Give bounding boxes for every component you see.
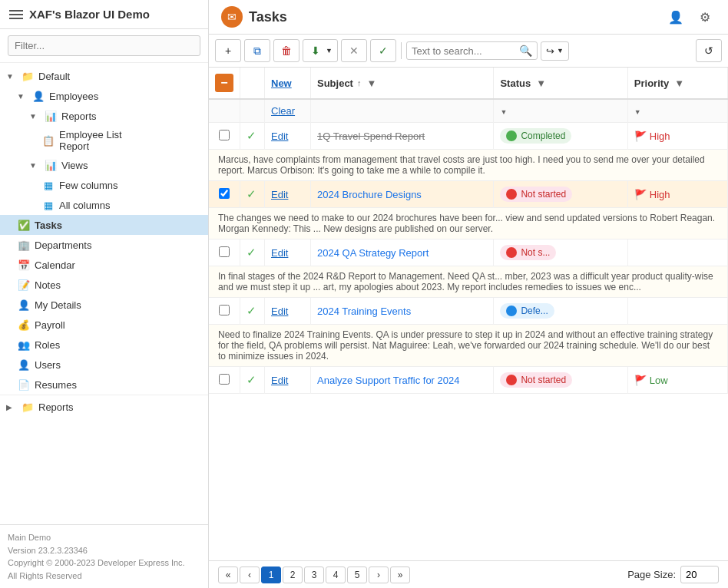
filter-checkbox-cell <box>209 99 240 123</box>
filter-input[interactable] <box>8 35 200 56</box>
row-checkbox[interactable] <box>219 246 230 257</box>
sidebar-item-payroll[interactable]: 💰 Payroll <box>0 315 208 335</box>
row-checkbox-cell[interactable] <box>209 239 240 266</box>
page-button-2[interactable]: 2 <box>283 567 303 583</box>
cancel-button[interactable]: ✕ <box>341 39 367 62</box>
row-checkbox-cell[interactable] <box>209 367 240 394</box>
filter-icon[interactable]: ▼ <box>366 78 376 89</box>
sidebar-item-users[interactable]: 👤 Users <box>0 355 208 375</box>
filter-icon[interactable]: ▼ <box>536 78 546 89</box>
search-input[interactable] <box>412 45 516 57</box>
sidebar-item-departments[interactable]: 🏢 Departments <box>0 235 208 255</box>
status-dot <box>506 130 517 141</box>
row-edit-cell[interactable]: Edit <box>265 367 311 394</box>
row-check-cell: ✓ <box>240 367 265 394</box>
status-badge: Not started <box>500 187 572 202</box>
subject-text: Analyze Support Traffic for 2024 <box>317 375 459 386</box>
sort-asc-icon[interactable]: ↑ <box>357 78 362 88</box>
nav-button[interactable]: ↪ ▼ <box>541 41 569 61</box>
edit-link[interactable]: Edit <box>271 247 288 259</box>
row-checkbox[interactable] <box>219 374 230 385</box>
new-label[interactable]: New <box>271 78 292 89</box>
hamburger-menu[interactable] <box>9 10 23 19</box>
page-button-4[interactable]: 4 <box>326 567 346 583</box>
col-status[interactable]: Status ▼ <box>494 68 627 99</box>
row-edit-cell[interactable]: Edit <box>265 239 311 266</box>
check-mark-icon: ✓ <box>247 373 256 386</box>
footer-line4: All Rights Reserved <box>8 570 200 583</box>
filter-status-cell[interactable]: ▼ <box>494 99 627 123</box>
refresh-button[interactable]: ↺ <box>696 39 722 62</box>
page-button-1[interactable]: 1 <box>261 567 281 583</box>
row-checkbox[interactable] <box>219 305 230 315</box>
check-button[interactable]: ✓ <box>370 39 396 62</box>
select-all-toggle[interactable]: − <box>215 74 233 92</box>
row-subject-cell: 1Q Travel Spend Report <box>311 123 494 150</box>
row-edit-cell[interactable]: Edit <box>265 181 311 208</box>
sidebar-item-my-details[interactable]: 👤 My Details <box>0 295 208 315</box>
row-priority-cell: 🚩 High <box>627 123 727 150</box>
clear-link[interactable]: Clear <box>271 105 295 117</box>
sidebar-footer: Main Demo Version 23.2.3.23346 Copyright… <box>0 524 208 588</box>
row-checkbox[interactable] <box>219 130 230 140</box>
filter-priority-cell[interactable]: ▼ <box>627 99 727 123</box>
sidebar-item-default[interactable]: ▼ 📁 Default <box>0 66 208 86</box>
row-checkbox-cell[interactable] <box>209 298 240 325</box>
user-avatar-icon[interactable]: 👤 <box>665 6 687 28</box>
export-arrow: ▼ <box>326 47 333 55</box>
row-edit-cell[interactable]: Edit <box>265 298 311 325</box>
status-dot <box>506 247 517 258</box>
sidebar-item-label: Departments <box>35 239 91 251</box>
row-priority-cell <box>627 298 727 325</box>
filter-edit-cell[interactable]: Clear <box>265 99 311 123</box>
sidebar-item-views[interactable]: ▼ 📊 Views <box>0 155 208 175</box>
page-size-label: Page Size: <box>627 569 676 580</box>
views-icon: 📊 <box>44 158 58 172</box>
delete-button[interactable]: 🗑 <box>273 39 299 62</box>
row-checkbox-cell[interactable] <box>209 123 240 150</box>
export-button[interactable]: ⬇ ▼ <box>303 39 338 62</box>
col-priority[interactable]: Priority ▼ <box>627 68 727 99</box>
col-checkbox[interactable]: − <box>209 68 240 99</box>
toolbar-separator <box>401 42 402 59</box>
page-size-select[interactable]: 20 50 100 <box>680 566 719 583</box>
check-mark-icon: ✓ <box>247 304 256 317</box>
edit-link[interactable]: Edit <box>271 306 288 317</box>
edit-link[interactable]: Edit <box>271 189 288 200</box>
row-subject-cell: 2024 QA Strategy Report <box>311 239 494 266</box>
priority-filter-dropdown[interactable]: ▼ <box>634 108 641 116</box>
edit-link[interactable]: Edit <box>271 375 288 386</box>
folder-icon: 📁 <box>21 69 35 83</box>
search-icon[interactable]: 🔍 <box>519 45 532 57</box>
status-text: Completed <box>521 130 565 141</box>
clone-button[interactable]: ⧉ <box>244 39 270 62</box>
sidebar-item-calendar[interactable]: 📅 Calendar <box>0 255 208 275</box>
sidebar-item-resumes[interactable]: 📄 Resumes <box>0 375 208 395</box>
row-edit-cell[interactable]: Edit <box>265 123 311 150</box>
status-filter-dropdown[interactable]: ▼ <box>500 108 507 116</box>
sidebar-item-tasks[interactable]: ✅ Tasks <box>0 215 208 235</box>
first-page-button[interactable]: « <box>218 567 238 583</box>
sidebar-item-employees[interactable]: ▼ 👤 Employees <box>0 86 208 106</box>
sidebar-item-reports-main[interactable]: ▶ 📁 Reports <box>0 395 208 418</box>
row-checkbox[interactable] <box>219 188 230 199</box>
sidebar-item-employee-list-report[interactable]: 📋 Employee ListReport <box>0 126 208 155</box>
next-page-button[interactable]: › <box>369 567 389 583</box>
settings-icon[interactable]: ⚙ <box>694 6 716 28</box>
page-button-5[interactable]: 5 <box>347 567 367 583</box>
sidebar-item-reports-sub[interactable]: ▼ 📊 Reports <box>0 106 208 126</box>
last-page-button[interactable]: » <box>390 567 410 583</box>
page-button-3[interactable]: 3 <box>304 567 324 583</box>
filter-icon[interactable]: ▼ <box>674 78 684 89</box>
row-checkbox-cell[interactable] <box>209 181 240 208</box>
sidebar-item-label: Reports <box>38 401 74 413</box>
col-subject[interactable]: Subject ↑ ▼ <box>311 68 494 99</box>
sidebar-item-notes[interactable]: 📝 Notes <box>0 275 208 295</box>
sidebar-item-few-columns[interactable]: ▦ Few columns <box>0 175 208 195</box>
edit-link[interactable]: Edit <box>271 130 288 142</box>
add-button[interactable]: + <box>215 39 241 62</box>
sidebar-item-all-columns[interactable]: ▦ All columns <box>0 195 208 215</box>
sidebar-item-roles[interactable]: 👥 Roles <box>0 335 208 355</box>
prev-page-button[interactable]: ‹ <box>240 567 260 583</box>
row-status-cell: Defe... <box>494 298 627 325</box>
